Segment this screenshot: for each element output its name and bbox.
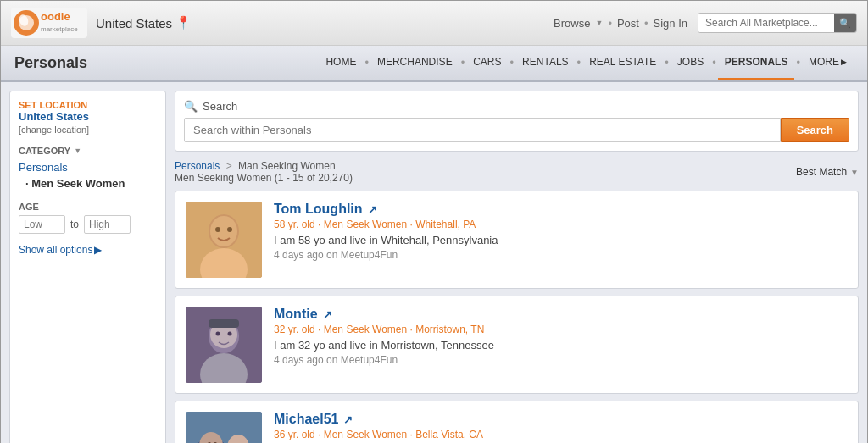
- nav-dot: •: [665, 46, 669, 80]
- svg-rect-11: [186, 202, 262, 278]
- sidebar-location-section: SET LOCATION United States [change locat…: [19, 100, 157, 136]
- nav-cars[interactable]: CARS: [466, 46, 508, 80]
- header-right: Browse ▼ • Post • Sign In 🔍: [554, 13, 857, 33]
- navbar: Personals HOME • MERCHANDISE • CARS • RE…: [1, 46, 867, 82]
- sort-arrow-icon: ▼: [850, 168, 859, 177]
- search-label: 🔍 Search: [184, 100, 849, 113]
- search-area: 🔍 Search Search: [175, 91, 859, 152]
- search-within-input[interactable]: [184, 118, 781, 142]
- header: oodle marketplace United States 📍 Browse…: [1, 1, 867, 46]
- listing-name-2[interactable]: Michael51 ↗: [274, 412, 848, 427]
- browse-dropdown-icon[interactable]: ▼: [595, 19, 603, 27]
- listing-name-0[interactable]: Tom Loughlin ↗: [274, 202, 848, 217]
- result-count: (1 - 15 of 20,270): [275, 172, 353, 184]
- listing-item: Montie ↗ 32 yr. old · Men Seek Women · M…: [175, 296, 859, 394]
- breadcrumb-separator: >: [226, 160, 235, 172]
- share-icon-0[interactable]: ↗: [368, 203, 377, 216]
- listings-container: Tom Loughlin ↗ 58 yr. old · Men Seek Wom…: [175, 191, 859, 443]
- header-search-bar: 🔍: [698, 13, 857, 33]
- breadcrumb-personals-link[interactable]: Personals: [175, 160, 220, 172]
- listing-item: Tom Loughlin ↗ 58 yr. old · Men Seek Wom…: [175, 191, 859, 289]
- listing-meta-2: 36 yr. old · Men Seek Women · Bella Vist…: [274, 429, 848, 440]
- header-nav: Browse ▼ • Post • Sign In: [554, 17, 687, 30]
- listing-info-2: Michael51 ↗ 36 yr. old · Men Seek Women …: [274, 412, 848, 443]
- nav-dot-1: •: [608, 17, 612, 30]
- more-arrow-icon: ▶: [841, 58, 847, 66]
- age-low-input[interactable]: [19, 215, 65, 234]
- nav-realestate[interactable]: REAL ESTATE: [582, 46, 663, 80]
- logo-area: oodle marketplace United States 📍: [11, 8, 192, 38]
- header-search-input[interactable]: [698, 14, 834, 32]
- listing-meta-0: 58 yr. old · Men Seek Women · Whitehall,…: [274, 219, 848, 230]
- svg-point-17: [228, 332, 232, 336]
- listing-avatar-0: [186, 202, 262, 278]
- svg-point-16: [216, 332, 220, 336]
- listing-name-1[interactable]: Montie ↗: [274, 307, 848, 322]
- browse-button[interactable]: Browse: [554, 17, 590, 30]
- set-location-title: SET LOCATION: [19, 100, 157, 110]
- sidebar-category-title: CATEGORY ▼: [19, 146, 157, 156]
- content-area: 🔍 Search Search Personals > Man Seeking …: [175, 91, 859, 443]
- nav-dot: •: [364, 46, 369, 80]
- nav-dot: •: [510, 46, 515, 80]
- location-name: United States: [96, 16, 172, 30]
- listing-time-0: 4 days ago on Meetup4Fun: [274, 249, 848, 261]
- nav-dot-2: •: [644, 17, 648, 30]
- change-location-link[interactable]: [change location]: [19, 125, 89, 135]
- breadcrumb-row: Personals > Man Seeking Women Men Seekin…: [175, 160, 859, 184]
- listing-avatar-1: [186, 307, 262, 383]
- listing-info-0: Tom Loughlin ↗ 58 yr. old · Men Seek Wom…: [274, 202, 848, 278]
- sidebar-category-section: CATEGORY ▼ Personals · Men Seek Women: [19, 146, 157, 191]
- nav-dot: •: [712, 46, 716, 80]
- listing-time-1: 4 days ago on Meetup4Fun: [274, 354, 848, 366]
- post-link[interactable]: Post: [617, 17, 639, 30]
- sidebar-location-name: United States: [19, 110, 157, 123]
- share-icon-1[interactable]: ↗: [323, 308, 332, 321]
- listing-item: Michael51 ↗ 36 yr. old · Men Seek Women …: [175, 401, 859, 443]
- breadcrumb: Personals > Man Seeking Women Men Seekin…: [175, 160, 353, 184]
- nav-jobs[interactable]: JOBS: [670, 46, 710, 80]
- sidebar-category-personals[interactable]: Personals: [19, 159, 157, 175]
- nav-links: HOME • MERCHANDISE • CARS • RENTALS • RE…: [319, 46, 854, 80]
- show-all-options[interactable]: Show all options ▶: [19, 244, 157, 256]
- sort-dropdown[interactable]: Best Match ▼: [796, 166, 859, 178]
- show-all-arrow-icon: ▶: [94, 244, 102, 256]
- share-icon-2[interactable]: ↗: [343, 413, 353, 426]
- nav-more[interactable]: MORE ▶: [802, 46, 854, 80]
- svg-rect-18: [209, 319, 239, 328]
- header-search-button[interactable]: 🔍: [834, 14, 856, 32]
- location-display[interactable]: United States 📍: [96, 15, 192, 30]
- listing-desc-0: I am 58 yo and live in Whitehall, Pennsy…: [274, 234, 848, 246]
- nav-dot: •: [796, 46, 800, 80]
- breadcrumb-current: Man Seeking Women: [238, 160, 336, 172]
- age-high-input[interactable]: [84, 215, 131, 234]
- search-icon: 🔍: [184, 100, 198, 113]
- nav-dot: •: [461, 46, 465, 80]
- sidebar-category-sub[interactable]: · Men Seek Women: [19, 175, 157, 191]
- nav-dot: •: [577, 46, 581, 80]
- signin-link[interactable]: Sign In: [654, 17, 687, 30]
- search-button[interactable]: Search: [781, 118, 849, 142]
- nav-home[interactable]: HOME: [319, 46, 363, 80]
- main-content: SET LOCATION United States [change locat…: [1, 82, 867, 443]
- sidebar-age-section: AGE to: [19, 202, 157, 234]
- listing-meta-1: 32 yr. old · Men Seek Women · Morristown…: [274, 324, 848, 335]
- sort-label: Best Match: [796, 166, 847, 178]
- age-range-row: to: [19, 215, 157, 234]
- logo: oodle marketplace: [11, 8, 87, 38]
- nav-rentals[interactable]: RENTALS: [515, 46, 575, 80]
- svg-rect-19: [186, 412, 262, 443]
- nav-merchandise[interactable]: MERCHANDISE: [370, 46, 459, 80]
- svg-text:oodle: oodle: [41, 10, 70, 23]
- page-title: Personals: [14, 46, 101, 80]
- listing-desc-1: I am 32 yo and live in Morristown, Tenne…: [274, 339, 848, 352]
- nav-personals[interactable]: PERSONALS: [718, 46, 795, 80]
- svg-text:marketplace: marketplace: [41, 25, 78, 33]
- result-label: Men Seeking Women: [175, 172, 272, 184]
- search-input-row: Search: [184, 118, 849, 142]
- location-pin-icon: 📍: [175, 15, 192, 30]
- sidebar: SET LOCATION United States [change locat…: [9, 91, 166, 443]
- listing-avatar-2: [186, 412, 262, 443]
- listing-info-1: Montie ↗ 32 yr. old · Men Seek Women · M…: [274, 307, 848, 383]
- category-dropdown-icon[interactable]: ▼: [74, 147, 81, 155]
